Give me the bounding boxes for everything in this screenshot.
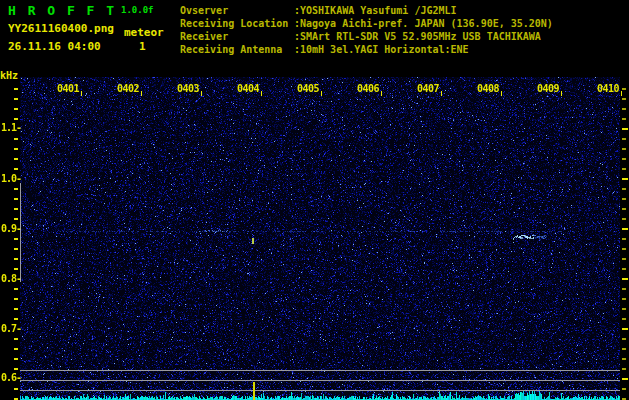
time-label-0408: 0408 bbox=[477, 83, 499, 94]
freq-minor-tick-left bbox=[14, 88, 18, 90]
freq-tick-right bbox=[622, 218, 626, 220]
freq-minor-tick-left bbox=[14, 348, 18, 350]
freq-minor-tick-left bbox=[14, 298, 18, 300]
time-label-0406: 0406 bbox=[357, 83, 379, 94]
freq-tick-right bbox=[622, 118, 626, 120]
time-label-0403: 0403 bbox=[177, 83, 199, 94]
freq-label-0.8: 0.8- bbox=[1, 273, 21, 284]
freq-minor-tick-left bbox=[14, 288, 18, 290]
freq-tick-right bbox=[622, 108, 626, 110]
freq-tick-right bbox=[622, 158, 626, 160]
freq-minor-tick-left bbox=[14, 218, 18, 220]
freq-minor-tick-left bbox=[14, 148, 18, 150]
freq-tick-right bbox=[622, 188, 626, 190]
freq-tick-right bbox=[622, 328, 628, 330]
freq-tick-right bbox=[622, 128, 628, 130]
freq-minor-tick-left bbox=[14, 168, 18, 170]
minute-tick bbox=[561, 91, 562, 96]
freq-tick-right bbox=[622, 318, 626, 320]
minute-tick bbox=[81, 91, 82, 96]
observation-datetime: 26.11.16 04:00 bbox=[8, 40, 101, 53]
freq-tick-right bbox=[622, 268, 626, 270]
hrofft-spectrogram-screenshot: H R O F F T 1.0.0f YY2611160400.png mete… bbox=[0, 0, 629, 400]
minute-tick bbox=[321, 91, 322, 96]
station-value: :YOSHIKAWA Yasufumi /JG2MLI bbox=[294, 5, 457, 16]
freq-label-0.9: 0.9- bbox=[1, 223, 21, 234]
freq-minor-tick-left bbox=[14, 308, 18, 310]
freq-minor-tick-left bbox=[14, 198, 18, 200]
station-row-receiver: Receiver:SMArt RTL-SDR V5 52.905MHz USB … bbox=[180, 30, 553, 43]
freq-tick-right bbox=[622, 298, 626, 300]
freq-tick-right bbox=[622, 278, 628, 280]
freq-minor-tick-left bbox=[14, 98, 18, 100]
freq-tick-right bbox=[622, 308, 626, 310]
freq-minor-tick-left bbox=[14, 338, 18, 340]
spectrogram-canvas bbox=[20, 77, 620, 400]
station-row-location: Receiving Location:Nagoya Aichi-pref. JA… bbox=[180, 17, 553, 30]
freq-unit-label: kHz bbox=[0, 70, 18, 81]
freq-minor-tick-left bbox=[14, 268, 18, 270]
minute-tick bbox=[381, 91, 382, 96]
freq-tick-right bbox=[622, 208, 626, 210]
station-label: Receiver bbox=[180, 30, 294, 43]
app-title: H R O F F T bbox=[8, 3, 116, 18]
freq-label-1.0: 1.0- bbox=[1, 173, 21, 184]
freq-minor-tick-left bbox=[14, 118, 18, 120]
freq-tick-right bbox=[622, 88, 626, 90]
freq-tick-right bbox=[622, 168, 626, 170]
station-label: Receiving Antenna bbox=[180, 43, 294, 56]
freq-tick-right bbox=[622, 138, 626, 140]
minute-tick bbox=[261, 91, 262, 96]
time-label-0401: 0401 bbox=[57, 83, 79, 94]
freq-tick-right bbox=[622, 238, 626, 240]
station-row-antenna: Receiving Antenna:10mH 3el.YAGI Horizont… bbox=[180, 43, 553, 56]
freq-label-0.7: 0.7- bbox=[1, 323, 21, 334]
freq-label-1.1: 1.1- bbox=[1, 122, 21, 133]
freq-tick-right bbox=[622, 358, 626, 360]
freq-tick-right bbox=[622, 98, 626, 100]
station-label: Receiving Location bbox=[180, 17, 294, 30]
freq-tick-right bbox=[622, 148, 626, 150]
station-value: :10mH 3el.YAGI Horizontal:ENE bbox=[294, 44, 469, 55]
freq-tick-right bbox=[622, 378, 628, 380]
meteor-count-marker bbox=[253, 382, 255, 400]
freq-tick-right bbox=[622, 288, 626, 290]
freq-tick-right bbox=[622, 248, 626, 250]
freq-minor-tick-left bbox=[14, 108, 18, 110]
freq-minor-tick-left bbox=[14, 368, 18, 370]
output-filename: YY2611160400.png bbox=[8, 22, 114, 35]
mode-label: meteor bbox=[124, 26, 164, 39]
freq-tick-right bbox=[622, 338, 626, 340]
station-row-observer: Ovserver:YOSHIKAWA Yasufumi /JG2MLI bbox=[180, 4, 553, 17]
time-label-0410: 0410 bbox=[597, 83, 619, 94]
station-info: Ovserver:YOSHIKAWA Yasufumi /JG2MLI Rece… bbox=[180, 4, 553, 56]
freq-minor-tick-left bbox=[14, 188, 18, 190]
freq-minor-tick-left bbox=[14, 138, 18, 140]
station-value: :Nagoya Aichi-pref. JAPAN (136.90E, 35.2… bbox=[294, 18, 553, 29]
station-label: Ovserver bbox=[180, 4, 294, 17]
minute-tick bbox=[621, 91, 622, 96]
minute-tick bbox=[141, 91, 142, 96]
freq-minor-tick-left bbox=[14, 388, 18, 390]
freq-minor-tick-left bbox=[14, 158, 18, 160]
minute-tick bbox=[501, 91, 502, 96]
time-label-0402: 0402 bbox=[117, 83, 139, 94]
freq-tick-right bbox=[622, 258, 626, 260]
start-marker-line bbox=[20, 183, 21, 282]
level-reference-line bbox=[20, 380, 620, 381]
level-reference-line bbox=[20, 390, 620, 391]
freq-minor-tick-left bbox=[14, 208, 18, 210]
time-label-0409: 0409 bbox=[537, 83, 559, 94]
minute-tick bbox=[441, 91, 442, 96]
freq-tick-right bbox=[622, 388, 626, 390]
freq-tick-right bbox=[622, 178, 628, 180]
app-version: 1.0.0f bbox=[121, 5, 154, 15]
time-label-0407: 0407 bbox=[417, 83, 439, 94]
freq-minor-tick-left bbox=[14, 358, 18, 360]
freq-label-0.6: 0.6- bbox=[1, 372, 21, 383]
freq-minor-tick-left bbox=[14, 318, 18, 320]
freq-tick-right bbox=[622, 198, 626, 200]
freq-minor-tick-left bbox=[14, 258, 18, 260]
station-value: :SMArt RTL-SDR V5 52.905MHz USB TACHIKAW… bbox=[294, 31, 541, 42]
minute-tick bbox=[201, 91, 202, 96]
